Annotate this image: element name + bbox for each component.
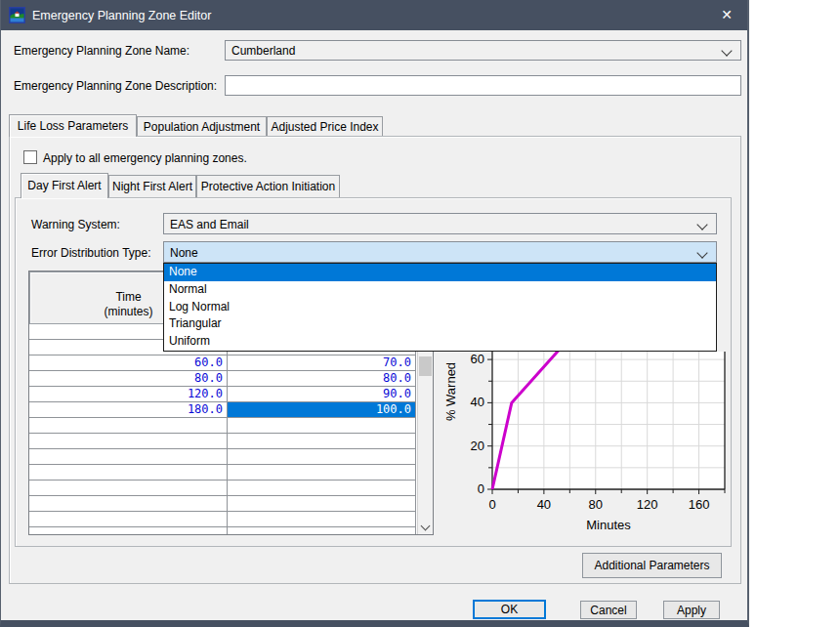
warning-system-label: Warning System: [31, 218, 120, 231]
table-cell[interactable]: 70.0 [228, 355, 416, 371]
table-row [29, 418, 416, 434]
table-cell[interactable] [228, 434, 416, 449]
table-cell[interactable] [228, 449, 416, 465]
table-cell[interactable] [29, 449, 228, 465]
table-cell[interactable] [29, 496, 228, 512]
x-tick-label: 0 [488, 497, 495, 512]
cancel-button[interactable]: Cancel [580, 601, 637, 619]
table-cell[interactable] [29, 512, 228, 527]
scrollbar-down-button[interactable] [418, 519, 433, 534]
x-tick-label: 160 [689, 497, 710, 512]
table-row [29, 465, 416, 481]
x-tick-label: 120 [637, 497, 658, 512]
dropdown-option-triangular[interactable]: Triangular [164, 315, 716, 333]
close-icon[interactable]: ✕ [712, 4, 741, 26]
plot-area [492, 352, 725, 489]
dropdown-option-uniform[interactable]: Uniform [164, 333, 716, 351]
y-tick-label: 0 [478, 481, 484, 496]
tab-day-first-alert[interactable]: Day First Alert [21, 173, 108, 198]
tab-night-first-alert[interactable]: Night First Alert [108, 175, 196, 197]
y-tick-label: 40 [471, 395, 484, 409]
table-row: 60.070.0 [29, 355, 416, 371]
zone-name-label: Emergency Planning Zone Name: [14, 44, 189, 58]
y-tick-label: 20 [471, 439, 484, 453]
table-cell[interactable]: 120.0 [29, 387, 228, 402]
tab-population-adjustment[interactable]: Population Adjustment [137, 116, 267, 137]
table-row: 120.090.0 [29, 387, 416, 402]
error-distribution-listbox: NoneNormalLog NormalTriangularUniform [163, 263, 717, 352]
zone-description-label: Emergency Planning Zone Description: [14, 79, 217, 93]
window-title: Emergency Planning Zone Editor [32, 9, 211, 22]
warning-system-value: EAS and Email [170, 218, 249, 231]
table-cell[interactable] [228, 418, 416, 434]
table-cell[interactable]: 180.0 [29, 402, 228, 418]
ok-button[interactable]: OK [473, 600, 546, 619]
warning-system-combobox[interactable]: EAS and Email [163, 213, 717, 234]
table-row [29, 481, 416, 496]
table-cell[interactable] [29, 527, 228, 535]
tab-adjusted-price-index[interactable]: Adjusted Price Index [267, 116, 383, 137]
table-cell[interactable] [29, 481, 228, 496]
zone-description-input[interactable] [225, 75, 741, 96]
table-cell[interactable] [228, 496, 416, 512]
chevron-down-icon [696, 219, 707, 230]
table-cell[interactable]: 80.0 [228, 371, 416, 387]
zone-name-value: Cumberland [231, 44, 295, 58]
error-distribution-value: None [170, 246, 198, 260]
table-cell[interactable] [29, 465, 228, 481]
additional-parameters-button[interactable]: Additional Parameters [582, 553, 722, 578]
table-row: 80.080.0 [29, 371, 416, 387]
dropdown-option-none[interactable]: None [164, 264, 716, 281]
y-axis-title: % Warned [445, 362, 458, 421]
chevron-down-icon [721, 45, 732, 56]
table-cell[interactable]: 100.0 [228, 402, 416, 418]
error-distribution-label: Error Distribution Type: [31, 246, 151, 260]
x-axis-title: Minutes [586, 518, 631, 532]
error-distribution-combobox[interactable]: None [163, 241, 717, 263]
table-row [29, 512, 416, 527]
table-cell[interactable] [228, 465, 416, 481]
x-tick-label: 80 [589, 497, 603, 512]
y-tick-label: 60 [471, 352, 484, 366]
apply-all-checkbox[interactable] [23, 150, 37, 164]
dropdown-option-log-normal[interactable]: Log Normal [164, 299, 716, 316]
arrow-down-icon [421, 522, 431, 531]
scrollbar-thumb[interactable] [419, 356, 432, 376]
table-cell[interactable] [29, 418, 228, 434]
warning-table-body: 15.040.060.070.080.080.0120.090.0180.010… [29, 324, 416, 535]
table-row [29, 434, 416, 449]
tab-protective-action-initiation[interactable]: Protective Action Initiation [196, 175, 340, 197]
x-tick-label: 40 [537, 497, 551, 512]
table-cell[interactable] [228, 527, 416, 535]
dropdown-option-normal[interactable]: Normal [164, 281, 716, 299]
chevron-down-icon [696, 247, 707, 258]
tab-life-loss-parameters[interactable]: Life Loss Parameters [9, 114, 137, 137]
table-row [29, 527, 416, 535]
title-bar: Emergency Planning Zone Editor ✕ [1, 0, 747, 30]
table-cell[interactable]: 80.0 [29, 371, 228, 387]
table-cell[interactable]: 90.0 [228, 387, 416, 402]
table-cell[interactable]: 60.0 [29, 355, 228, 371]
apply-all-label: Apply to all emergency planning zones. [43, 151, 247, 165]
table-cell[interactable] [228, 481, 416, 496]
emergency-planning-zone-editor-dialog: Emergency Planning Zone Editor ✕ Emergen… [0, 0, 749, 627]
zone-name-combobox[interactable]: Cumberland [225, 40, 741, 61]
table-row [29, 449, 416, 465]
table-cell[interactable] [29, 434, 228, 449]
table-cell[interactable] [228, 512, 416, 527]
table-row: 180.0100.0 [29, 402, 416, 418]
apply-button[interactable]: Apply [663, 601, 720, 619]
percent-warned-chart: 040801201600204060Minutes% Warned [445, 352, 738, 539]
table-row [29, 496, 416, 512]
app-icon [9, 7, 25, 23]
